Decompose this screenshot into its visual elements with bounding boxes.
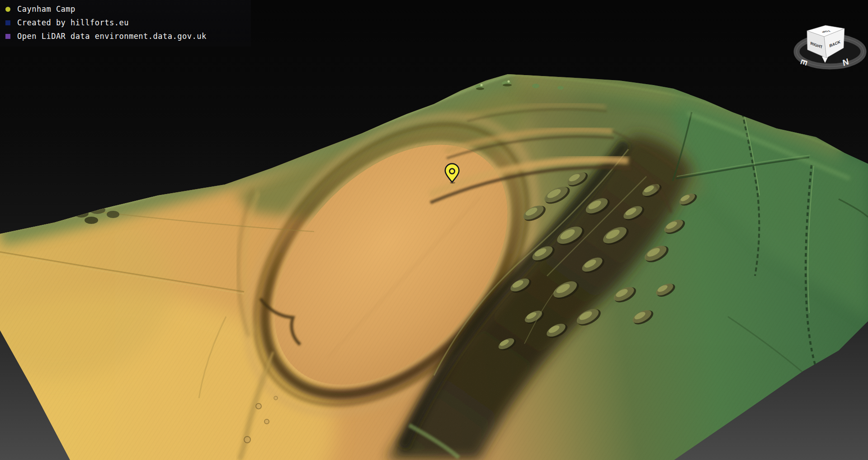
noise-texture (0, 0, 868, 460)
navigation-cube[interactable]: E N TOP RIGHT BACK (786, 8, 868, 73)
legend: Caynham Camp Created by hillforts.eu Ope… (0, 0, 251, 47)
legend-item-source[interactable]: Open LiDAR data environment.data.gov.uk (5, 29, 251, 43)
terrain-render (0, 0, 868, 460)
annotation-dot-icon (5, 7, 10, 12)
annotation-square-icon (5, 20, 10, 25)
viewport-3d[interactable] (0, 0, 868, 460)
legend-item-label: Open LiDAR data environment.data.gov.uk (17, 29, 207, 43)
legend-item-label: Caynham Camp (17, 2, 75, 16)
legend-item-credit[interactable]: Created by hillforts.eu (5, 16, 251, 29)
legend-item-label: Created by hillforts.eu (17, 16, 129, 29)
legend-item-site[interactable]: Caynham Camp (5, 2, 251, 16)
app-window: Caynham Camp Created by hillforts.eu Ope… (0, 0, 868, 460)
annotation-square-icon (5, 34, 10, 39)
